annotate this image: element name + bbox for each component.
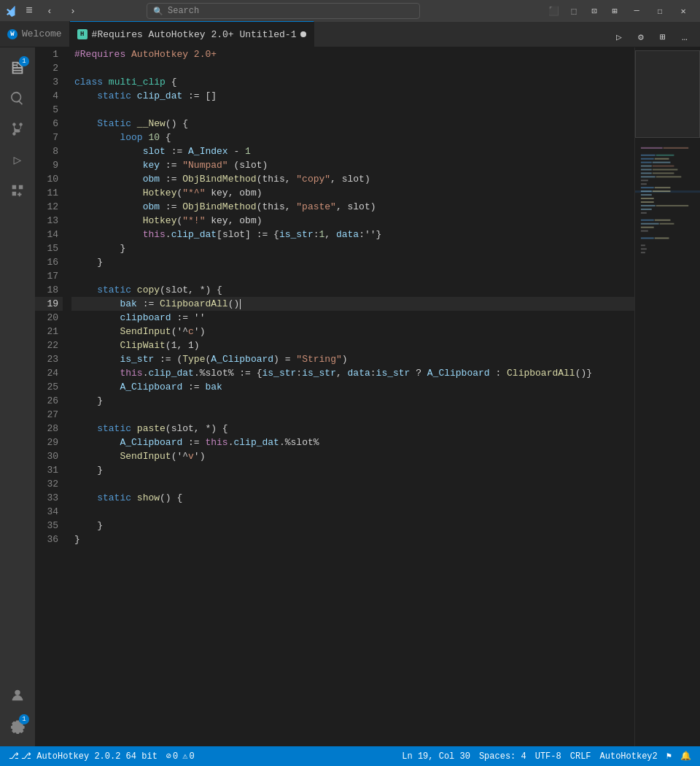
code-line-19: bak := ClipboardAll() — [71, 297, 634, 311]
line-num-6: 6 — [35, 117, 63, 131]
line-ending-status[interactable]: CRLF — [567, 746, 594, 766]
line-num-4: 4 — [35, 89, 63, 103]
split-editor-button[interactable]: ⊞ — [653, 28, 672, 47]
settings-gear-button[interactable]: ⚙ — [631, 28, 650, 47]
close-button[interactable]: ✕ — [672, 0, 694, 22]
svg-rect-36 — [641, 223, 659, 225]
sidebar-item-git[interactable] — [3, 115, 32, 144]
code-editor[interactable]: #Requires AutoHotkey 2.0+ class multi_cl… — [71, 47, 634, 746]
line-num-12: 12 — [35, 200, 63, 214]
sidebar-item-run[interactable]: ▷ — [3, 145, 32, 174]
code-line-3: class multi_clip { — [71, 75, 634, 89]
svg-rect-26 — [653, 190, 671, 192]
code-line-10: obm := ObjBindMethod(this, "copy", slot) — [71, 172, 634, 186]
line-num-7: 7 — [35, 131, 63, 144]
svg-rect-4 — [641, 147, 663, 149]
line-num-33: 33 — [35, 491, 63, 505]
errors-status[interactable]: ⊘ 0 ⚠ 0 — [163, 746, 198, 766]
svg-rect-34 — [641, 220, 654, 221]
svg-rect-38 — [641, 227, 654, 228]
hamburger-menu-icon[interactable]: ≡ — [23, 5, 35, 17]
code-line-26: } — [71, 394, 634, 408]
svg-rect-23 — [655, 187, 671, 188]
tab-welcome[interactable]: W Welcome — [0, 21, 70, 47]
sidebar-item-search[interactable] — [3, 84, 32, 113]
code-line-29: A_Clipboard := this.clip_dat.%slot% — [71, 436, 634, 449]
svg-rect-20 — [641, 179, 648, 181]
line-num-2: 2 — [35, 61, 63, 75]
more-actions-button[interactable]: … — [675, 28, 694, 47]
minimap[interactable] — [634, 47, 700, 746]
encoding-status[interactable]: UTF-8 — [532, 746, 564, 766]
line-num-8: 8 — [35, 144, 63, 158]
search-icon: 🔍 — [153, 7, 163, 16]
svg-rect-18 — [641, 176, 656, 177]
code-line-12: obm := ObjBindMethod(this, "paste", slot… — [71, 200, 634, 214]
back-button[interactable]: ‹ — [41, 2, 58, 20]
sidebar-item-explorer[interactable]: 1 — [3, 53, 32, 82]
bell-icon: 🔔 — [680, 751, 691, 762]
svg-rect-22 — [641, 187, 654, 188]
svg-rect-40 — [641, 237, 654, 239]
line-num-27: 27 — [35, 408, 63, 422]
svg-rect-41 — [655, 237, 669, 239]
run-button[interactable]: ▷ — [610, 28, 629, 47]
welcome-tab-icon: W — [7, 29, 18, 39]
sidebar-item-settings[interactable]: 1 — [3, 711, 32, 740]
feedback-button[interactable]: ⚑ — [664, 746, 674, 766]
line-num-11: 11 — [35, 186, 63, 200]
git-branch-status[interactable]: ⎇ ⎇ AutoHotkey 2.0.2 64 bit — [6, 746, 160, 766]
cursor-position-status[interactable]: Ln 19, Col 30 — [399, 746, 473, 766]
line-num-26: 26 — [35, 394, 63, 408]
line-num-22: 22 — [35, 338, 63, 352]
layout-toggle-3[interactable]: ⊡ — [585, 1, 604, 20]
maximize-button[interactable]: ☐ — [649, 0, 671, 22]
ahk-tab-label: #Requires AutoHotkey 2.0+ Untitled-1 — [92, 29, 297, 40]
svg-rect-42 — [641, 244, 645, 246]
titlebar-left: ≡ — [6, 5, 35, 17]
forward-button[interactable]: › — [64, 2, 82, 20]
minimize-button[interactable]: ─ — [626, 0, 648, 22]
svg-rect-5 — [664, 147, 689, 149]
line-num-9: 9 — [35, 158, 63, 172]
svg-rect-7 — [656, 155, 674, 156]
editor-area[interactable]: 1 2 3 4 5 6 7 8 9 10 11 12 13 14 15 16 1… — [35, 47, 700, 746]
svg-rect-15 — [653, 169, 678, 171]
layout-toggle-4[interactable]: ⊞ — [605, 1, 624, 20]
status-bar: ⎇ ⎇ AutoHotkey 2.0.2 64 bit ⊘ 0 ⚠ 0 Ln 1… — [0, 746, 700, 766]
main-layout: 1 ▷ — [0, 47, 700, 746]
code-line-2 — [71, 61, 634, 75]
svg-rect-43 — [641, 248, 647, 249]
code-line-1: #Requires AutoHotkey 2.0+ — [71, 47, 634, 61]
layout-toggle-1[interactable]: ⬛ — [544, 1, 563, 20]
svg-rect-33 — [641, 212, 647, 214]
vscode-icon — [6, 5, 18, 17]
cursor-position-label: Ln 19, Col 30 — [402, 751, 470, 762]
sidebar-item-account[interactable] — [3, 681, 32, 710]
indentation-status[interactable]: Spaces: 4 — [476, 746, 529, 766]
code-line-4: static clip_dat := [] — [71, 89, 634, 103]
code-line-7: loop 10 { — [71, 131, 634, 144]
language-status[interactable]: AutoHotkey2 — [597, 746, 661, 766]
line-num-1: 1 — [35, 47, 63, 61]
notification-bell[interactable]: 🔔 — [677, 746, 694, 766]
svg-rect-14 — [641, 169, 652, 171]
code-line-30: SendInput('^v') — [71, 449, 634, 463]
svg-rect-30 — [641, 205, 656, 206]
code-line-11: Hotkey("*^" key, obm) — [71, 186, 634, 200]
code-line-20: clipboard := '' — [71, 311, 634, 325]
warning-count: 0 — [190, 751, 195, 762]
svg-rect-8 — [641, 158, 654, 160]
code-line-9: key := "Numpad" (slot) — [71, 158, 634, 172]
tab-ahk[interactable]: H #Requires AutoHotkey 2.0+ Untitled-1 — [70, 21, 315, 47]
tab-dirty-indicator — [300, 31, 306, 37]
minimap-content — [635, 47, 700, 746]
sidebar-item-extensions[interactable] — [3, 176, 32, 205]
feedback-icon: ⚑ — [666, 751, 672, 762]
search-input[interactable]: Search — [168, 6, 199, 16]
search-bar[interactable]: 🔍 Search — [147, 3, 420, 19]
code-line-28: static paste(slot, *) { — [71, 422, 634, 436]
minimap-viewport[interactable] — [635, 50, 700, 138]
line-num-25: 25 — [35, 380, 63, 394]
layout-toggle-2[interactable]: ⬚ — [564, 1, 583, 20]
